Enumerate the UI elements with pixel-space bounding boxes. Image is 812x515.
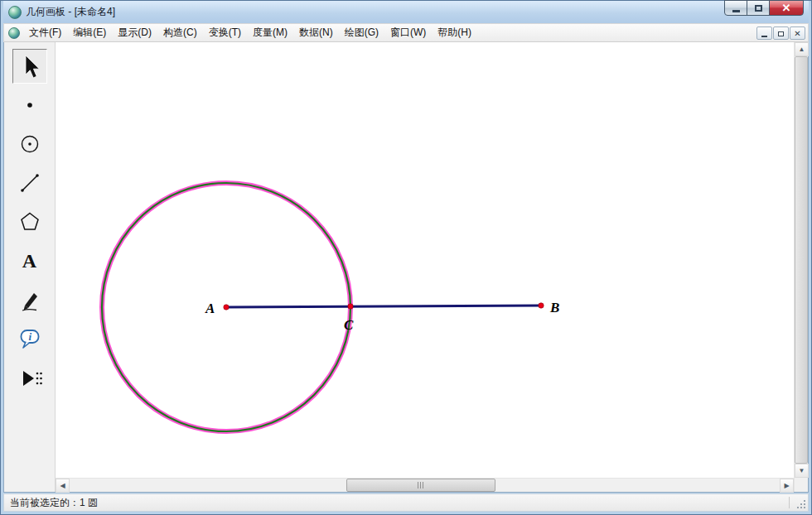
vertical-scrollbar[interactable]: ▲ ▼ — [794, 42, 808, 492]
status-right-panel — [790, 494, 808, 511]
point-label-A[interactable]: A — [205, 301, 215, 316]
selection-arrow-icon — [17, 53, 43, 79]
title-bar[interactable]: 几何画板 - [未命名4] ✕ — [3, 1, 809, 23]
polygon-icon — [17, 209, 43, 235]
scroll-grip-icon — [418, 482, 425, 489]
point-A[interactable] — [224, 305, 229, 310]
menu-data[interactable]: 数据(N) — [293, 23, 339, 42]
minimize-button[interactable] — [724, 0, 747, 16]
scrollbar-corner — [795, 478, 808, 492]
maximize-icon — [755, 5, 762, 12]
document-icon — [8, 27, 20, 39]
window-controls: ✕ — [725, 0, 804, 16]
point-icon — [17, 92, 43, 118]
close-icon: ✕ — [782, 2, 791, 14]
app-icon — [8, 6, 22, 19]
menu-file[interactable]: 文件(F) — [23, 23, 67, 42]
menu-display[interactable]: 显示(D) — [112, 23, 157, 42]
scroll-left-arrow[interactable]: ◀ — [56, 479, 70, 493]
minimize-icon — [732, 10, 740, 12]
custom-tool-icon — [16, 364, 44, 391]
mdi-close-button[interactable]: ✕ — [790, 26, 805, 40]
point-tool[interactable] — [12, 88, 47, 123]
point-C[interactable] — [348, 304, 353, 309]
close-button[interactable]: ✕ — [769, 0, 804, 16]
tool-palette: A i — [4, 42, 56, 492]
information-icon: i — [17, 325, 43, 352]
sketch-canvas[interactable]: ABC — [56, 42, 794, 478]
vertical-scroll-track[interactable] — [795, 56, 808, 464]
selection-arrow-tool[interactable] — [12, 49, 47, 84]
selection-status-text: 当前被选定的：1 圆 — [4, 496, 789, 510]
mdi-close-icon: ✕ — [794, 29, 800, 38]
scroll-down-arrow[interactable]: ▼ — [795, 464, 809, 478]
mdi-restore-button[interactable] — [773, 26, 789, 40]
compass-tool[interactable] — [12, 127, 47, 161]
vertical-scroll-thumb[interactable] — [795, 56, 808, 464]
point-B[interactable] — [539, 303, 544, 308]
segment-object[interactable] — [226, 306, 541, 307]
menu-bar: 文件(F) 编辑(E) 显示(D) 构造(C) 变换(T) 度量(M) 数据(N… — [3, 23, 809, 42]
geometry-svg[interactable]: ABC — [56, 42, 794, 478]
straightedge-icon — [17, 170, 43, 196]
mdi-window-controls: ✕ — [756, 26, 805, 40]
workspace: A i — [3, 42, 809, 493]
mdi-restore-icon — [778, 31, 784, 36]
text-tool-icon: A — [22, 250, 36, 272]
resize-grip[interactable] — [804, 507, 805, 508]
scroll-up-arrow[interactable]: ▲ — [795, 42, 809, 56]
point-label-B[interactable]: B — [549, 300, 559, 315]
menu-construct[interactable]: 构造(C) — [157, 23, 203, 42]
menu-transform[interactable]: 变换(T) — [203, 23, 247, 42]
horizontal-scroll-track[interactable] — [70, 479, 780, 492]
mdi-minimize-button[interactable] — [756, 26, 772, 40]
custom-tool[interactable] — [12, 360, 47, 395]
status-bar: 当前被选定的：1 圆 — [3, 493, 809, 512]
maximize-button[interactable] — [747, 0, 770, 16]
mdi-minimize-icon — [761, 36, 767, 37]
menu-edit[interactable]: 编辑(E) — [67, 23, 112, 42]
horizontal-scrollbar[interactable]: ◀ ▶ — [56, 478, 794, 492]
horizontal-scroll-thumb[interactable] — [346, 479, 495, 492]
sketch-area: ABC ◀ ▶ — [56, 42, 794, 492]
information-tool[interactable]: i — [12, 321, 47, 356]
straightedge-tool[interactable] — [12, 166, 47, 200]
marker-tool[interactable] — [12, 282, 47, 317]
menu-measure[interactable]: 度量(M) — [247, 23, 293, 42]
compass-icon — [17, 131, 43, 157]
menu-graph[interactable]: 绘图(G) — [339, 23, 384, 42]
polygon-tool[interactable] — [12, 205, 47, 239]
svg-text:i: i — [28, 330, 31, 343]
menu-help[interactable]: 帮助(H) — [432, 23, 477, 42]
app-window: 几何画板 - [未命名4] ✕ 文件(F) 编辑(E) 显示(D) 构造(C) … — [0, 0, 812, 515]
text-tool[interactable]: A — [12, 243, 47, 278]
scroll-right-arrow[interactable]: ▶ — [780, 479, 794, 493]
point-label-C[interactable]: C — [344, 317, 354, 333]
window-title: 几何画板 - [未命名4] — [26, 5, 115, 19]
menu-window[interactable]: 窗口(W) — [384, 23, 432, 42]
marker-icon — [17, 286, 43, 313]
